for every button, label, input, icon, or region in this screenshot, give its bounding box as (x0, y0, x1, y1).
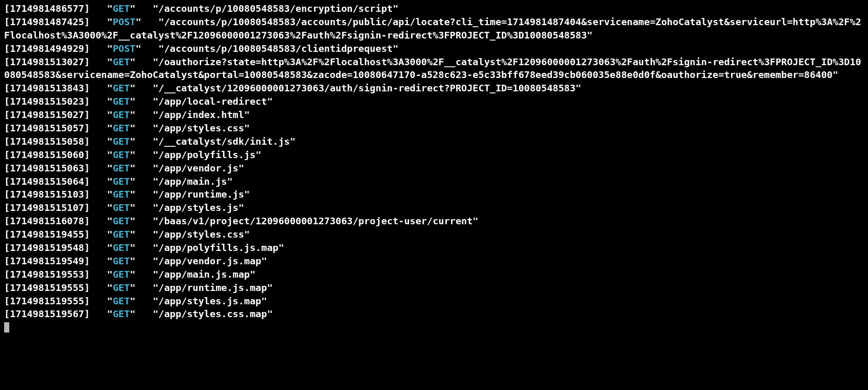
log-line: [1714981515064] "GET" "/app/main.js" (4, 175, 864, 188)
quote: " (107, 216, 113, 226)
quote: " (107, 242, 113, 253)
quote: " (107, 189, 113, 200)
gap (135, 83, 152, 93)
gap (135, 216, 152, 226)
quote: " (244, 189, 250, 200)
log-line: [1714981513027] "GET" "/oauthorize?state… (4, 55, 864, 82)
log-line: [1714981515060] "GET" "/app/polyfills.js… (4, 148, 864, 162)
gap (90, 229, 107, 240)
log-line: [1714981519549] "GET" "/app/vendor.js.ma… (4, 255, 864, 268)
gap (90, 189, 107, 200)
quote: " (107, 3, 113, 14)
quote: " (107, 308, 113, 319)
log-line: [1714981515107] "GET" "/app/styles.js" (4, 201, 864, 215)
gap (90, 109, 107, 120)
bracket-open: [ (4, 216, 10, 226)
log-timestamp: 1714981515103 (10, 189, 84, 200)
http-method: GET (113, 3, 130, 14)
bracket-open: [ (4, 136, 10, 147)
request-path: /app/styles.css.map (159, 308, 267, 319)
bracket-close: ] (84, 123, 90, 133)
log-line: [1714981515023] "GET" "/app/local-redire… (4, 95, 864, 108)
gap (135, 3, 152, 14)
http-method: GET (113, 149, 130, 160)
gap (90, 16, 107, 27)
log-timestamp: 1714981515057 (10, 123, 84, 133)
http-method: GET (113, 296, 130, 306)
quote: " (153, 216, 159, 226)
http-method: GET (113, 282, 130, 293)
quote: " (107, 16, 113, 27)
log-line: [1714981515058] "GET" "/__catalyst/sdk/i… (4, 135, 864, 148)
bracket-close: ] (84, 83, 90, 93)
request-path: /app/main.js (159, 176, 227, 187)
log-line: [1714981515057] "GET" "/app/styles.css" (4, 122, 864, 135)
request-path: /app/local-redirect (159, 96, 267, 107)
quote: " (130, 242, 135, 253)
quote: " (153, 136, 159, 147)
http-method: GET (113, 229, 130, 240)
quote: " (472, 216, 478, 226)
quote: " (107, 96, 113, 107)
quote: " (130, 296, 135, 306)
log-timestamp: 1714981515060 (10, 149, 84, 160)
log-line: [1714981519548] "GET" "/app/polyfills.js… (4, 241, 864, 255)
log-timestamp: 1714981519548 (10, 242, 84, 253)
bracket-open: [ (4, 109, 10, 120)
quote: " (255, 149, 261, 160)
terminal-output[interactable]: [1714981486577] "GET" "/accounts/p/10080… (0, 0, 868, 338)
gap (135, 176, 152, 187)
quote: " (130, 256, 135, 266)
gap (90, 3, 107, 14)
http-method: GET (113, 308, 130, 319)
gap (135, 256, 152, 266)
quote: " (261, 256, 267, 266)
http-method: GET (113, 123, 130, 133)
quote: " (107, 269, 113, 280)
bracket-open: [ (4, 83, 10, 93)
gap (90, 216, 107, 226)
quote: " (130, 123, 135, 133)
bracket-close: ] (84, 269, 90, 280)
bracket-close: ] (84, 202, 90, 213)
quote: " (107, 149, 113, 160)
terminal-cursor (4, 322, 9, 333)
bracket-open: [ (4, 16, 10, 27)
quote: " (107, 43, 113, 54)
request-path: /app/main.js.map (159, 269, 250, 280)
log-timestamp: 1714981515107 (10, 202, 84, 213)
bracket-close: ] (84, 282, 90, 293)
bracket-close: ] (84, 296, 90, 306)
log-timestamp: 1714981515027 (10, 109, 84, 120)
quote: " (107, 109, 113, 120)
gap (90, 149, 107, 160)
bracket-open: [ (4, 96, 10, 107)
quote: " (135, 16, 141, 27)
http-method: GET (113, 242, 130, 253)
gap (90, 96, 107, 107)
bracket-close: ] (84, 163, 90, 173)
gap (135, 269, 152, 280)
quote: " (290, 136, 295, 147)
quote: " (107, 136, 113, 147)
log-timestamp: 1714981515058 (10, 136, 84, 147)
bracket-open: [ (4, 189, 10, 200)
quote: " (130, 282, 135, 293)
log-line: [1714981494929] "POST" "/accounts/p/1008… (4, 42, 864, 55)
quote: " (135, 43, 141, 54)
bracket-open: [ (4, 229, 10, 240)
quote: " (153, 3, 159, 14)
quote: " (153, 109, 159, 120)
quote: " (130, 149, 135, 160)
bracket-close: ] (84, 136, 90, 147)
quote: " (130, 136, 135, 147)
bracket-close: ] (84, 256, 90, 266)
quote: " (267, 96, 272, 107)
quote: " (392, 43, 398, 54)
request-path: /app/styles.css (159, 229, 244, 240)
gap (90, 202, 107, 213)
quote: " (130, 3, 135, 14)
gap (90, 163, 107, 173)
bracket-open: [ (4, 3, 10, 14)
quote: " (107, 56, 113, 67)
